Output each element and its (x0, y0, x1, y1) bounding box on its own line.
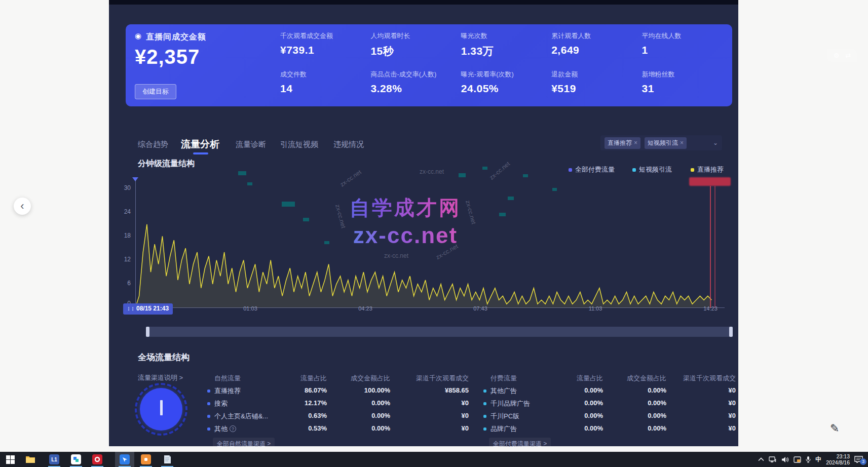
y-tick: 18 (118, 232, 131, 239)
col-header: 渠道千次观看成交 (665, 374, 736, 383)
minute-traffic-chart[interactable] (135, 180, 725, 308)
artifact-dot (324, 241, 329, 244)
kpi-metric: 退款金额¥519 (551, 70, 641, 102)
legend-item-shortvideo[interactable]: 短视频引流 (632, 165, 672, 174)
table-cell: ¥0 (685, 399, 736, 407)
create-goal-button[interactable]: 创建目标 (135, 84, 176, 99)
start-button[interactable] (4, 453, 16, 465)
stream-end-marker-line (714, 186, 715, 308)
network-icon[interactable] (769, 456, 777, 463)
help-icon[interactable]: ? (230, 425, 236, 432)
table-cell: 0.00% (339, 412, 390, 419)
chart-range-scrollbar[interactable] (146, 327, 733, 337)
close-icon[interactable]: × (634, 139, 637, 146)
minute-chart-title: 分钟级流量结构 (138, 159, 195, 169)
traffic-filter-select[interactable]: 直播推荐× 短视频引流× ⌄ (600, 135, 722, 150)
taskbar-app-notepad[interactable] (161, 453, 173, 465)
row-dot (483, 402, 486, 405)
table-cell: 100.00% (339, 386, 390, 394)
close-icon[interactable]: × (680, 139, 684, 146)
table-cell: 0.00% (552, 386, 603, 394)
microphone-icon[interactable] (806, 456, 811, 463)
table-row-name[interactable]: 品牌广告 (490, 424, 517, 434)
stream-end-badge (689, 177, 731, 186)
chevron-up-icon[interactable] (758, 457, 764, 461)
artifact-dot (508, 197, 514, 200)
ime-indicator[interactable]: 中 (815, 455, 821, 464)
taskbar-clock[interactable]: 23:13 2024/8/16 (826, 453, 850, 465)
channel-help-link[interactable]: 流量渠道说明 > (138, 373, 183, 382)
drag-handle-icon[interactable]: ⋮⋮ (126, 306, 134, 312)
table-cell: 0.00% (552, 424, 603, 432)
tab-traffic-analysis[interactable]: 流量分析 (181, 138, 219, 151)
col-header: 渠道千次观看成交 (398, 374, 469, 383)
taskbar-app-meeting[interactable] (70, 453, 82, 465)
filter-chip[interactable]: 短视频引流× (645, 137, 687, 149)
chevron-down-icon[interactable]: ⌄ (713, 139, 718, 146)
table-row-name[interactable]: 搜索 (214, 399, 228, 408)
notification-badge: 3 (860, 458, 866, 465)
table-row-name[interactable]: 千川PC版 (490, 412, 519, 421)
legend-item-live-recommend[interactable]: 直播推荐 (691, 165, 724, 174)
table-cell: 0.53% (276, 424, 327, 432)
volume-icon[interactable] (781, 456, 789, 463)
taskbar-app-browser-active[interactable] (119, 453, 131, 465)
table-cell: ¥0 (418, 424, 469, 432)
row-dot (207, 427, 210, 431)
folder-icon (25, 455, 35, 463)
tab-short-video[interactable]: 引流短视频 (280, 140, 318, 149)
y-tick: 24 (118, 208, 131, 215)
filter-chip[interactable]: 直播推荐× (605, 137, 640, 149)
x-tick: 14:23 (693, 305, 728, 312)
all-natural-channels-link[interactable]: 全部自然流量渠道 > (213, 438, 275, 450)
donut-center-label (160, 400, 163, 415)
row-dot (483, 415, 486, 418)
col-header: 成交金额占比 (332, 374, 390, 383)
legend-dot (691, 168, 694, 172)
row-dot (207, 390, 210, 393)
row-dot (483, 390, 486, 393)
range-handle-left[interactable] (146, 327, 149, 337)
tab-overall-trend[interactable]: 综合趋势 (138, 140, 168, 149)
artifact-dot (282, 202, 295, 207)
artifact-dot (247, 182, 252, 185)
row-dot (207, 402, 210, 405)
time-range-start-chip[interactable]: ⋮⋮08/15 21:43 (123, 303, 173, 315)
legend-item-paid[interactable]: 全部付费流量 (569, 165, 615, 174)
table-row-name[interactable]: 其他? (214, 424, 236, 434)
cursor-app-icon (120, 454, 130, 464)
table-row-name[interactable]: 直播推荐 (214, 386, 241, 396)
window-top-bar (109, 0, 738, 5)
table-cell: 0.63% (276, 412, 327, 419)
snip-tool-icon[interactable] (794, 456, 801, 463)
artifact-dot (459, 173, 466, 177)
taskbar: L1 中 23:13 2024 (0, 452, 868, 467)
taskbar-app-opera[interactable] (91, 453, 103, 465)
taskbar-app-orange[interactable] (140, 453, 152, 465)
tab-traffic-diagnosis[interactable]: 流量诊断 (236, 140, 266, 149)
pen-icon[interactable]: ✎ (830, 422, 839, 435)
table-row-name[interactable]: 其他广告 (490, 386, 517, 396)
kpi-metric: 千次观看成交金额¥739.1 (280, 31, 370, 70)
notification-center-button[interactable]: 3 (854, 456, 863, 463)
kpi-grid: 千次观看成交金额¥739.1 人均观看时长15秒 曝光次数1.33万 累计观看人… (280, 31, 732, 102)
swap-icon[interactable]: ⇄ (845, 52, 851, 59)
taskbar-file-explorer[interactable] (24, 453, 36, 465)
range-handle-right[interactable] (729, 327, 733, 337)
paid-table-header: 付费流量 (490, 374, 517, 383)
taskbar-app-l1[interactable]: L1 (48, 453, 60, 465)
gear-icon[interactable]: ⚙ (834, 52, 840, 59)
kpi-metric: 商品点击-成交率(人数)3.28% (370, 70, 461, 102)
y-tick: 30 (118, 184, 131, 191)
target-pin-icon: ◉ (135, 31, 141, 41)
windows-logo-icon (6, 455, 15, 464)
table-cell: ¥0 (418, 412, 469, 419)
all-paid-channels-link[interactable]: 全部付费流量渠道 > (489, 438, 551, 450)
back-button[interactable]: ‹ (14, 198, 31, 215)
tab-violations[interactable]: 违规情况 (333, 140, 364, 149)
table-cell: ¥0 (685, 386, 736, 394)
table-row-name[interactable]: 个人主页&店铺&... (214, 412, 268, 421)
table-cell: 12.17% (276, 399, 327, 407)
table-row-name[interactable]: 千川品牌广告 (490, 399, 530, 408)
x-tick: 04:23 (348, 305, 383, 312)
